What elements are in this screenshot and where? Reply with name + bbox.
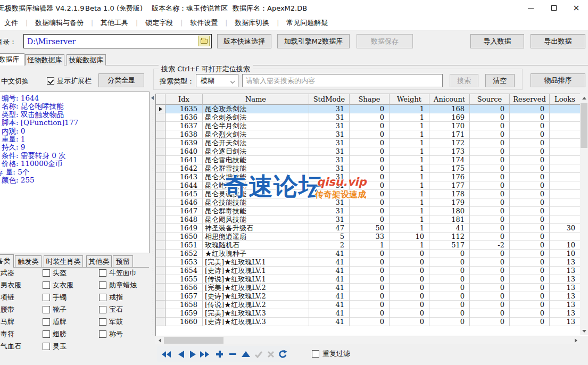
category-checkbox-斗笠面巾[interactable]: 斗笠面巾 [99,269,137,277]
delete-record-button[interactable] [227,346,239,362]
category-checkbox-女衣服[interactable]: 女衣服 [43,281,73,289]
scroll-left-button[interactable] [155,336,164,344]
category-checkbox-灵玉[interactable]: 灵玉 [43,343,73,350]
close-button[interactable]: × [565,0,588,16]
duplicate-filter-checkbox[interactable]: 重复过滤 [312,349,350,359]
tab-怪物数据库[interactable]: 怪物数据库 [25,54,64,65]
category-checkbox-毒符[interactable]: 毒符 [0,330,21,338]
category-tab-装备类[interactable]: 装备类 [0,254,14,268]
menu-item-1[interactable]: 数据编辑与备份 [28,18,91,28]
column-header-StdMode[interactable]: StdMode [309,94,350,105]
table-row-1648[interactable]: 1648昆仑飓风技能310118100 [156,215,580,224]
category-checkbox-盾牌[interactable]: 盾牌 [43,318,73,326]
table-row-1638[interactable]: 1638昆仑烈火剑法310117100 [156,130,580,139]
table-row-1658[interactable]: 1658[传说]★红玫瑰LV.2410000013 [156,301,580,309]
vertical-scroll-thumb[interactable] [581,103,587,148]
vertical-scrollbar[interactable] [580,94,588,335]
table-row-1644[interactable]: 1644昆仑咆哮技能310117700 [156,181,580,190]
column-header-Looks[interactable]: Looks [550,94,581,105]
category-checkbox-马牌[interactable]: 马牌 [0,318,21,326]
items-grid[interactable]: IdxNameStdModeShapeWeightAnicountSourceR… [155,94,588,344]
horizontal-scrollbar[interactable] [155,336,580,344]
search-input[interactable] [242,74,443,87]
refresh-button[interactable] [277,346,289,362]
table-row-1637[interactable]: 1637昆仑半月剑法310117000 [156,122,580,130]
language-toggle-label[interactable]: 中文切换 [1,77,29,86]
column-header-Name[interactable]: Name [203,94,309,105]
category-checkbox-项链[interactable]: 项链 [0,294,21,301]
table-row-1641[interactable]: 1641昆仑雷电技能310117400 [156,156,580,164]
category-checkbox-称号[interactable]: 称号 [99,330,137,338]
category-checkbox-翅膀[interactable]: 翅膀 [43,330,73,338]
scroll-up-button[interactable] [580,94,588,102]
panel-splitter[interactable] [151,94,155,335]
column-header-Idx[interactable]: Idx [165,94,203,105]
export-data-button[interactable]: 导出数据 [531,34,585,48]
menu-item-5[interactable]: 数据库切换 [227,18,277,28]
column-header-Weight[interactable]: Weight [390,94,429,105]
table-row-1642[interactable]: 1642昆仑群雷技能310117500 [156,164,580,173]
insert-record-button[interactable] [213,346,226,362]
table-row-1640[interactable]: 1640昆仑逐日剑法310117300 [156,147,580,156]
menu-item-3[interactable]: 锁定字段 [138,18,180,28]
category-checkbox-手镯[interactable]: 手镯 [43,294,73,301]
table-row-1646[interactable]: 1646昆仑技能技能310117900 [156,198,580,207]
table-row-1639[interactable]: 1639昆仑开天剑法310117200 [156,139,580,147]
last-record-button[interactable] [198,346,211,362]
minimize-button[interactable] [519,0,542,16]
category-checkbox-男衣服[interactable]: 男衣服 [0,281,21,289]
table-row-1659[interactable]: 1659[完美]★红玫瑰LV.3410000013 [156,309,580,318]
table-row-1651[interactable]: 1651玫瑰随机石211517-2010 [156,241,580,250]
prior-record-button[interactable] [175,346,187,362]
scroll-right-button[interactable] [572,336,580,344]
item-sort-button[interactable]: 物品排序 [531,73,585,87]
table-row-1656[interactable]: 1656[完美]★红玫瑰LV.2410000013 [156,284,580,292]
import-data-button[interactable]: 导入数据 [470,34,524,48]
browse-folder-button[interactable] [198,36,210,46]
table-row-1654[interactable]: 1654[史诗]★红玫瑰LV.1410000013 [156,267,580,275]
column-header-Shape[interactable]: Shape [350,94,390,105]
table-row-1643[interactable]: 1643昆仑火墙技能310117600 [156,173,580,181]
table-row-1650[interactable]: 1650相思熊逍遥扇5331011200 [156,233,580,241]
table-row-1649[interactable]: 1649神圣装备升级石47501410030 [156,224,580,233]
table-row-1660[interactable]: 1660[史诗]★红玫瑰LV.3410000013 [156,318,580,326]
tab-技能数据库[interactable]: 技能数据库 [67,54,106,65]
column-header-Source[interactable]: Source [470,94,510,105]
category-checkbox-靴子[interactable]: 靴子 [43,306,73,313]
table-row-1657[interactable]: 1657[史诗]★红玫瑰LV.2410000013 [156,292,580,301]
category-tab-触发类[interactable]: 触发类 [15,255,42,267]
category-checkbox-宝石[interactable]: 宝石 [99,306,137,313]
table-row-1647[interactable]: 1647昆仑群毒技能310118000 [156,207,580,215]
category-show-all-button[interactable]: 分类全显 [98,73,144,87]
version-quick-select-button[interactable]: 版本快速选择 [217,34,271,48]
category-checkbox-气血石[interactable]: 气血石 [0,343,21,350]
edit-record-button[interactable] [239,346,252,362]
category-tab-其他类[interactable]: 其他类 [86,255,112,267]
category-tab-时装生肖类[interactable]: 时装生肖类 [44,255,83,267]
column-header-Reserved[interactable]: Reserved [510,94,550,105]
clear-button[interactable]: 清空 [485,74,515,87]
category-checkbox-勋章蜡烛[interactable]: 勋章蜡烛 [99,281,137,289]
search-type-dropdown[interactable]: 模糊 [196,74,238,87]
table-row-1636[interactable]: 1636昆仑刺杀剑法310116900 [156,113,580,122]
tab-数据库[interactable]: 数据库 [0,53,24,65]
column-header-Anicount[interactable]: Anicount [429,94,470,105]
table-row-1655[interactable]: 1655[传说]★红玫瑰LV.1410000013 [156,275,580,284]
scroll-down-button[interactable] [580,327,588,335]
menu-item-6[interactable]: 常见问题解疑 [279,18,335,28]
category-checkbox-头盔[interactable]: 头盔 [43,269,73,277]
table-row-1635[interactable]: 1635昆仑攻杀剑法310116800 [156,105,580,113]
menu-item-2[interactable]: 其他工具 [93,18,136,28]
first-record-button[interactable] [160,346,172,362]
category-checkbox-武器[interactable]: 武器 [0,269,21,277]
directory-input[interactable] [23,34,212,48]
table-row-1645[interactable]: 1645昆仑灵魂技能310117800 [156,190,580,198]
table-row-1652[interactable]: 1652★红玫瑰种子410000010 [156,250,580,258]
horizontal-scroll-thumb[interactable] [164,337,223,344]
menu-item-4[interactable]: 软件设置 [183,18,225,28]
table-row-1653[interactable]: 1653[完美]★红玫瑰LV.1410000013 [156,258,580,267]
category-checkbox-戒指[interactable]: 戒指 [99,294,137,301]
category-checkbox-腰带[interactable]: 腰带 [0,306,21,313]
category-checkbox-军鼓[interactable]: 军鼓 [99,318,137,326]
menu-item-0[interactable]: 文件 [0,18,26,28]
